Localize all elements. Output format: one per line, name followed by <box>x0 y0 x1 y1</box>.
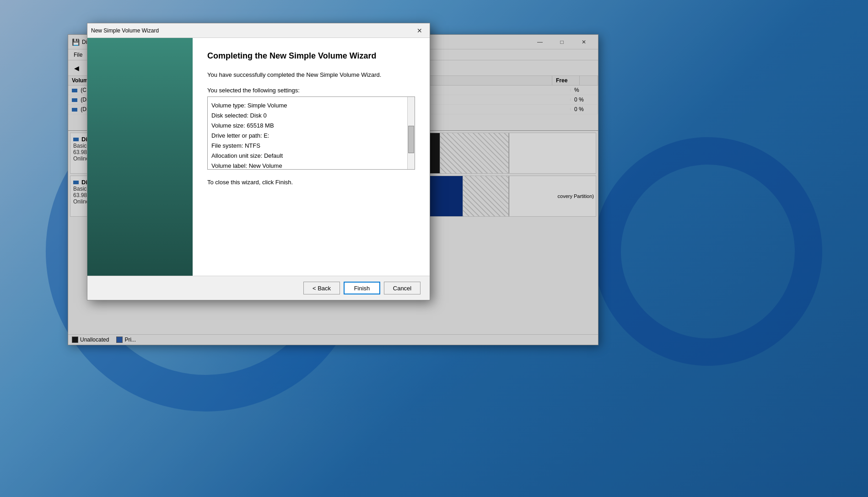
wizard-close-button[interactable]: ✕ <box>413 24 426 37</box>
setting-drive-letter: Drive letter or path: E: <box>211 131 411 141</box>
wizard-body: Completing the New Simple Volume Wizard … <box>87 38 430 276</box>
wizard-title: New Simple Volume Wizard <box>91 27 413 34</box>
wizard-overlay: New Simple Volume Wizard ✕ Completing th… <box>0 0 868 497</box>
wizard-settings-box: Volume type: Simple Volume Disk selected… <box>207 96 415 170</box>
wizard-footer: < Back Finish Cancel <box>87 276 430 300</box>
wizard-intro: You have successfully completed the New … <box>207 70 415 80</box>
cancel-button[interactable]: Cancel <box>384 282 421 294</box>
setting-volume-size: Volume size: 65518 MB <box>211 121 411 131</box>
wizard-titlebar: New Simple Volume Wizard ✕ <box>87 23 430 38</box>
settings-scrollbar[interactable] <box>407 97 415 169</box>
scrollbar-thumb <box>408 126 414 153</box>
setting-vol-label: Volume label: New Volume <box>211 161 411 169</box>
wizard-content: Completing the New Simple Volume Wizard … <box>193 38 430 276</box>
wizard-settings-label: You selected the following settings: <box>207 87 415 94</box>
setting-disk-selected: Disk selected: Disk 0 <box>211 111 411 121</box>
setting-volume-type: Volume type: Simple Volume <box>211 101 411 111</box>
finish-button[interactable]: Finish <box>344 282 380 294</box>
back-button[interactable]: < Back <box>303 282 340 294</box>
wizard-dialog: New Simple Volume Wizard ✕ Completing th… <box>87 23 430 300</box>
setting-file-system: File system: NTFS <box>211 141 411 151</box>
wizard-heading: Completing the New Simple Volume Wizard <box>207 51 415 61</box>
setting-alloc-unit: Allocation unit size: Default <box>211 151 411 161</box>
wizard-sidebar <box>87 38 193 276</box>
wizard-close-instruction: To close this wizard, click Finish. <box>207 179 415 186</box>
